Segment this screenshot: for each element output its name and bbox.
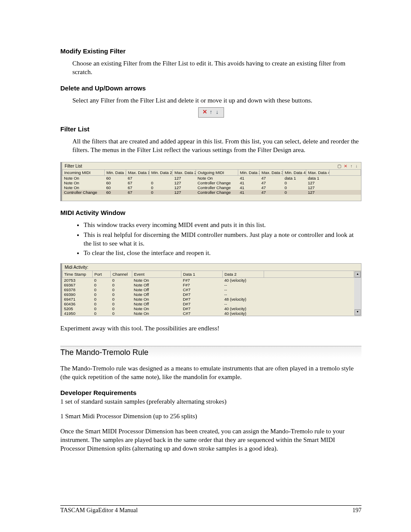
table-cell: 0 — [111, 278, 132, 283]
table-cell: 0 — [283, 185, 306, 190]
footer-page-number: 197 — [352, 507, 361, 514]
col-header[interactable]: Max. Data 4 — [306, 170, 330, 176]
arrow-up-icon[interactable]: ↑ — [350, 164, 353, 168]
table-cell: 0 — [93, 283, 111, 287]
scroll-down-icon[interactable]: ▾ — [355, 309, 361, 315]
scrollbar-track[interactable] — [354, 278, 361, 283]
col-header[interactable]: Max. Data 3 — [260, 170, 283, 176]
col-header[interactable]: Max. Data 2 — [173, 170, 196, 176]
col-header[interactable]: Port — [93, 271, 111, 278]
text-filterlist: All the filters that are created and add… — [72, 137, 361, 155]
page-footer: TASCAM GigaEditor 4 Manual 197 — [60, 505, 361, 514]
delete-icon[interactable]: ✕ — [344, 164, 348, 168]
table-cell: C#7 — [181, 287, 223, 292]
table-cell: 0 — [93, 302, 111, 306]
table-cell: -- — [223, 283, 264, 287]
table-cell: 40 (velocity) — [223, 306, 264, 311]
filter-list-panel: Filter List ▢ ✕ ↑ ↓ Incoming MIDI Min. D… — [60, 162, 361, 201]
col-header[interactable]: Min. Data 2 — [149, 170, 173, 176]
col-header[interactable]: Data 2 — [223, 271, 264, 278]
table-row[interactable]: 6939000Note OffD#7-- — [62, 292, 361, 297]
scrollbar-track[interactable] — [354, 292, 361, 297]
table-cell: 0 — [111, 297, 132, 302]
col-header[interactable]: Min. Data 1 — [105, 170, 126, 176]
table-cell: C#7 — [181, 311, 223, 316]
arrow-up-icon: ↑ — [209, 109, 214, 115]
table-row[interactable]: 4195000Note OnC#740 (velocity) — [62, 311, 361, 316]
scrollbar-track[interactable] — [354, 283, 361, 287]
text-modify: Choose an existing Filter from the Filte… — [72, 59, 361, 77]
col-header[interactable]: Max. Data 1 — [126, 170, 149, 176]
table-cell: 67 — [126, 190, 149, 195]
table-cell: data 1 — [283, 176, 306, 181]
table-cell: 0 — [283, 190, 306, 195]
table-cell: 60 — [105, 190, 126, 195]
delete-updown-button-figure: ✕ ↑ ↓ — [198, 107, 224, 118]
col-header: ▴ — [354, 271, 361, 278]
table-cell: 0 — [111, 287, 132, 292]
table-cell: D#7 — [181, 306, 223, 311]
table-cell: Note On — [196, 176, 238, 181]
col-header[interactable]: Time Stamp — [62, 271, 93, 278]
table-cell: 5205 — [62, 306, 93, 311]
table-cell: 127 — [173, 190, 196, 195]
table-cell: 67 — [126, 176, 149, 181]
table-row[interactable]: 6947100Note OnD#748 (velocity) — [62, 297, 361, 302]
table-row[interactable]: Controller Change60670127Controller Chan… — [62, 190, 361, 195]
delete-icon: ✕ — [202, 109, 207, 115]
filter-list-table: Incoming MIDI Min. Data 1 Max. Data 1 Mi… — [62, 169, 361, 195]
table-cell: data 1 — [306, 176, 330, 181]
table-cell: 60 — [105, 185, 126, 190]
table-cell: Note On — [62, 180, 105, 185]
table-cell: -- — [223, 292, 264, 297]
table-row[interactable]: Note On60670127Controller Change41470127 — [62, 185, 361, 190]
midi-header-row: Time Stamp Port Channel Event Data 1 Dat… — [62, 271, 361, 278]
table-row[interactable]: 6936700Note OffF#7-- — [62, 283, 361, 287]
col-header[interactable]: Event — [132, 271, 181, 278]
table-row[interactable]: 2075300Note OnF#740 (velocity) — [62, 278, 361, 283]
table-row[interactable]: 520500Note OnD#740 (velocity) — [62, 306, 361, 311]
table-row[interactable]: Note On60670127Controller Change41470127 — [62, 180, 361, 185]
table-cell: F#7 — [181, 278, 223, 283]
midi-panel-title: Midi Activity: — [62, 264, 361, 271]
col-header[interactable]: Min. Data 4 — [283, 170, 306, 176]
table-cell: 69367 — [62, 283, 93, 287]
col-header[interactable]: Outgoing MIDI — [196, 170, 238, 176]
text-delete: Select any Filter from the Filter List a… — [72, 96, 361, 105]
arrow-down-icon: ↓ — [215, 109, 220, 115]
table-cell: Note On — [132, 297, 181, 302]
table-cell: 127 — [173, 176, 196, 181]
text-devreq-body: Once the Smart MIDI Processor Dimension … — [60, 427, 361, 453]
filter-header-row: Incoming MIDI Min. Data 1 Max. Data 1 Mi… — [62, 170, 361, 176]
table-cell: 0 — [93, 287, 111, 292]
table-cell: 60436 — [62, 302, 93, 306]
table-row[interactable]: Note On6067127Note On4147data 1data 1 — [62, 176, 361, 181]
col-header[interactable]: Data 1 — [181, 271, 223, 278]
heading-modify: Modify Existing Filter — [60, 47, 361, 55]
scrollbar-track[interactable] — [354, 287, 361, 292]
col-header[interactable]: Incoming MIDI — [62, 170, 105, 176]
filter-list-title: Filter List — [65, 164, 82, 168]
bullet-item: To clear the list, close the interface a… — [84, 249, 361, 257]
table-cell: D#7 — [181, 302, 223, 306]
table-row[interactable]: 6043600Note OffD#7-- — [62, 302, 361, 306]
scrollbar-track[interactable] — [354, 302, 361, 306]
table-cell: Note Off — [132, 292, 181, 297]
table-cell: Controller Change — [196, 190, 238, 195]
table-cell: 69471 — [62, 297, 93, 302]
arrow-down-icon[interactable]: ↓ — [355, 164, 358, 168]
new-icon[interactable]: ▢ — [337, 164, 342, 168]
table-row[interactable]: 6937800Note OffC#7-- — [62, 287, 361, 292]
heading-delete: Delete and Up/Down arrows — [60, 84, 361, 92]
scrollbar-track[interactable] — [354, 297, 361, 302]
table-cell: 48 (velocity) — [223, 297, 264, 302]
col-header[interactable]: Min. Data 3 — [238, 170, 260, 176]
table-cell: Controller Change — [196, 180, 238, 185]
table-cell: Note On — [132, 278, 181, 283]
heading-mando: The Mando-Tremolo Rule — [60, 346, 361, 358]
scroll-up-icon[interactable]: ▴ — [355, 271, 361, 277]
table-cell: 47 — [260, 185, 283, 190]
text-mando: The Mando-Tremolo rule was designed as a… — [60, 364, 361, 382]
col-header[interactable]: Channel — [111, 271, 132, 278]
table-cell: 0 — [93, 297, 111, 302]
